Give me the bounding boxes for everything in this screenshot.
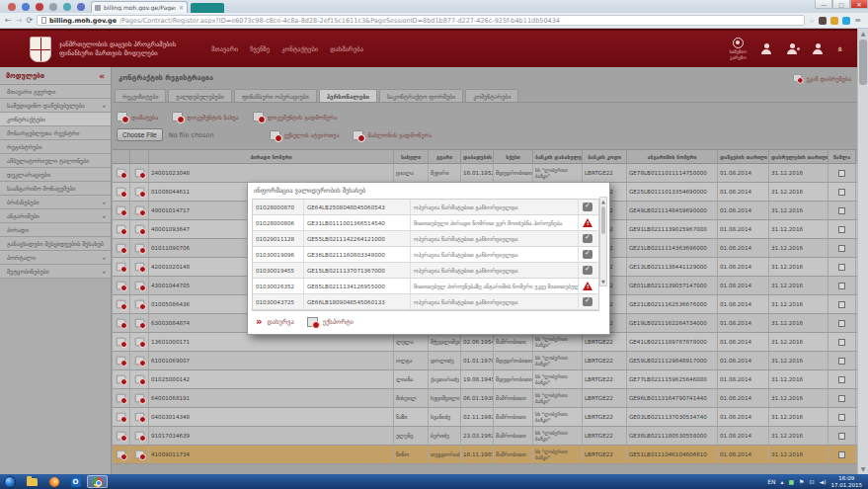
- modal-row[interactable]: 01028000870 GE64LB2508048045060543 ოპერა…: [253, 200, 598, 215]
- sidebar-item[interactable]: რეგისტრები: [0, 140, 111, 154]
- delete-checkbox[interactable]: [838, 376, 845, 383]
- browser-tab[interactable]: billing.moh.gov.ge/Pages... ✕: [91, 1, 188, 13]
- continue-chevrons-icon[interactable]: »: [256, 317, 262, 327]
- delete-checkbox[interactable]: [838, 320, 845, 327]
- delete-checkbox[interactable]: [838, 414, 845, 421]
- scroll-down-icon[interactable]: ▼: [858, 464, 868, 474]
- document-edit-icon[interactable]: [134, 282, 143, 290]
- modal-row[interactable]: 01030019096 GE36LB0211160803348000 ოპერა…: [253, 247, 598, 263]
- document-remove-icon[interactable]: [117, 169, 125, 178]
- tray-expand-icon[interactable]: ▴: [780, 478, 783, 485]
- sidebar-collapse-icon[interactable]: «: [99, 71, 105, 81]
- delete-checkbox[interactable]: [838, 358, 845, 365]
- delete-checkbox[interactable]: [838, 339, 845, 346]
- sidebar-item[interactable]: სამედიცინო დაწესებულება ▸: [0, 99, 111, 113]
- sidebar-item[interactable]: ბრძანებები ▸: [0, 196, 111, 209]
- new-tab-button[interactable]: [191, 3, 224, 13]
- delete-checkbox[interactable]: [838, 301, 845, 308]
- export-icon[interactable]: [307, 317, 318, 327]
- table-row[interactable]: 61001069007 ოლგა დოლიძე 01.01.1970 მდედრ…: [113, 352, 857, 370]
- pinned-tab[interactable]: [22, 3, 30, 11]
- start-button[interactable]: [4, 476, 16, 488]
- sidebar-item[interactable]: პირადი: [0, 223, 111, 237]
- table-row[interactable]: 24001023048 ციალა მუჯირი 18.01.1952 მდედ…: [113, 164, 857, 183]
- document-edit-icon[interactable]: [134, 244, 143, 253]
- pinned-tab[interactable]: [49, 3, 57, 11]
- extension-icon[interactable]: [819, 17, 827, 25]
- pinned-tab[interactable]: [63, 3, 71, 11]
- modal-row[interactable]: 01029011128 GE55LB0211142264121000 ოპერა…: [253, 231, 598, 247]
- bookmark-star-icon[interactable]: ☆: [809, 17, 815, 25]
- sidebar-item[interactable]: საანგარიშო მონაცემები: [0, 182, 111, 196]
- delete-checkbox[interactable]: [838, 283, 845, 289]
- document-edit-icon[interactable]: [134, 225, 143, 234]
- collapse-header-icon[interactable]: «: [835, 46, 845, 52]
- user-profile-icon[interactable]: [760, 43, 772, 54]
- document-remove-icon[interactable]: [117, 282, 125, 290]
- table-row[interactable]: 04003014348 ნაზი სვანიძე 02.11.1982 მამრ…: [113, 408, 857, 427]
- document-edit-icon[interactable]: [134, 206, 143, 215]
- document-remove-icon[interactable]: [117, 263, 125, 272]
- modal-row[interactable]: 01030019455 GE15LB0211137071367000 ოპერა…: [253, 263, 598, 279]
- antivirus-icon[interactable]: ■: [788, 478, 794, 485]
- scroll-down-icon[interactable]: ▼: [600, 278, 606, 285]
- sidebar-item[interactable]: ამბულატორიული ტალონები: [0, 154, 111, 168]
- document-remove-icon[interactable]: [117, 188, 125, 197]
- sidebar-item[interactable]: პორტალი ▸: [0, 251, 111, 265]
- sidebar-item[interactable]: განაცხადები შესყიდვების შესახებ: [0, 237, 111, 251]
- document-remove-icon[interactable]: [117, 432, 125, 441]
- toolbar-button[interactable]: დოკუმენტის გადმოწერა: [253, 112, 337, 122]
- volume-icon[interactable]: ◄): [820, 478, 827, 485]
- browser-forward-button[interactable]: →: [16, 17, 23, 25]
- url-bar[interactable]: billing.moh.gov.ge /Pages/Contract/Regis…: [37, 15, 805, 26]
- modal-scrollbar[interactable]: ▲ ▼: [599, 197, 607, 286]
- browser-reload-button[interactable]: ⟳: [26, 17, 33, 25]
- nav-link[interactable]: დახმარება: [330, 45, 363, 53]
- table-row[interactable]: 64001068191 მიხეილ ხუციშვილი 06.01.1938 …: [113, 389, 857, 408]
- document-edit-icon[interactable]: [134, 432, 143, 441]
- extension-icon[interactable]: [830, 17, 838, 25]
- document-edit-icon[interactable]: [134, 357, 143, 366]
- content-tab[interactable]: რეკვიზიტები: [115, 89, 166, 102]
- document-remove-icon[interactable]: [117, 225, 125, 234]
- window-close-button[interactable]: ✕: [850, 0, 868, 9]
- browser-menu-icon[interactable]: ≡: [854, 16, 863, 25]
- document-edit-icon[interactable]: [134, 450, 143, 459]
- toolbar-button[interactable]: დამატება: [117, 112, 158, 122]
- sidebar-item[interactable]: მოსარგებლეთა რეესტრი: [0, 126, 111, 140]
- taskbar-firefox-button[interactable]: [43, 475, 64, 488]
- taskbar-explorer-button[interactable]: [22, 475, 42, 488]
- table-row[interactable]: 91017034639 ელენე ბერიძე 23.03.1962 მამრ…: [113, 427, 857, 446]
- content-tab[interactable]: ფინანსური ოპერაციები: [234, 89, 317, 102]
- document-edit-icon[interactable]: [134, 188, 143, 197]
- choose-file-button[interactable]: Choose File: [117, 128, 163, 141]
- document-edit-icon[interactable]: [134, 263, 143, 272]
- modal-row[interactable]: 01030026352 GE85LB0211134126955000 მითით…: [253, 279, 598, 294]
- modal-row[interactable]: 01028000806 GE31LB0111001366514540 მითით…: [253, 215, 598, 231]
- nav-link[interactable]: მთავარი: [211, 45, 238, 53]
- modal-export-label[interactable]: ექსპორტი: [323, 318, 354, 326]
- taskbar-chrome-button[interactable]: [87, 475, 108, 488]
- document-edit-icon[interactable]: [134, 319, 143, 328]
- table-row[interactable]: 01025000142 ლიანა ქავთარაძე 19.08.1945 მ…: [113, 370, 857, 389]
- document-edit-icon[interactable]: [134, 375, 143, 384]
- sidebar-item[interactable]: მთავარი გვერდი: [0, 85, 111, 99]
- document-remove-icon[interactable]: [117, 244, 125, 253]
- delete-checkbox[interactable]: [838, 245, 845, 252]
- pinned-tab[interactable]: [77, 3, 85, 11]
- back-link[interactable]: უკან დაბრუნება: [792, 73, 851, 83]
- toolbar-button[interactable]: შაბლონის გადმოწერა: [353, 130, 432, 140]
- extension-icon[interactable]: [842, 17, 850, 25]
- sidebar-item[interactable]: ანგარიშები ▸: [0, 209, 111, 223]
- delete-checkbox[interactable]: [838, 189, 845, 196]
- sidebar-item[interactable]: დეკლარაციები: [0, 168, 111, 182]
- document-remove-icon[interactable]: [117, 338, 125, 347]
- scroll-up-icon[interactable]: ▲: [858, 29, 868, 39]
- delete-checkbox[interactable]: [838, 433, 845, 440]
- document-remove-icon[interactable]: [117, 300, 125, 309]
- delete-checkbox[interactable]: [838, 451, 845, 458]
- delete-checkbox[interactable]: [838, 264, 845, 271]
- nav-link[interactable]: კონტაქტები: [281, 45, 318, 53]
- scroll-thumb[interactable]: [601, 206, 605, 234]
- sidebar-item[interactable]: კონტრაქტები: [0, 113, 111, 126]
